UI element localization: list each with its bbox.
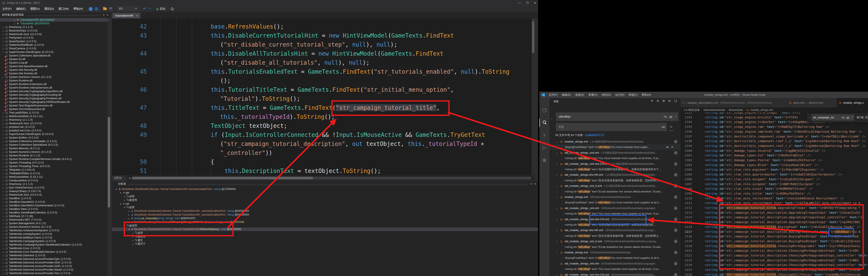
menu-item[interactable]: 转到(G) xyxy=(599,93,613,97)
replace-all-icon[interactable]: ⇆ xyxy=(670,125,672,128)
save-icon[interactable] xyxy=(109,7,112,10)
tree-item[interactable]: ▷❏ Newtonsoft.Json(11.0.0.0) xyxy=(0,121,107,125)
open-search-editor-icon[interactable]: ⊞ xyxy=(662,99,665,103)
tree-item[interactable]: ▷❏ System.Buffers(4.0.3.0) xyxy=(0,136,107,139)
code-line[interactable]: TextObject textObject; xyxy=(211,121,287,130)
code-line[interactable]: this.TutorialsEnabledText = GameTexts.Fi… xyxy=(211,67,509,76)
source-control-icon[interactable]: Y xyxy=(539,131,550,140)
xml-line[interactable]: <string id="str_clan_role.quartermaster"… xyxy=(705,172,842,177)
result-match-row[interactable]: .BuyingFoodStep1" text="{=vdEoBkpr}You m… xyxy=(550,144,681,150)
result-file-row[interactable]: ⌄std_module_strings_xml.xml160NativeModu… xyxy=(550,205,681,211)
tree-item[interactable]: ❏ System.Security.Cryptography.X509Certi… xyxy=(0,100,107,104)
code-line[interactable]: (); xyxy=(220,76,231,85)
chevron-down-icon[interactable]: ▼ xyxy=(134,6,138,11)
tree-item[interactable]: ▷❏ 0Harmony(2.2.1.0) xyxy=(0,182,107,186)
tree-item[interactable]: ▷❏ TaleWorlds.Diamond.AccessProvider.Tes… xyxy=(0,271,107,275)
open-in-editor-link[interactable]: 在编辑器中打开 xyxy=(585,134,604,137)
code-line[interactable]: "Tutorial").ToString(); xyxy=(220,94,300,103)
tree-item[interactable]: ▷❏ System.Numerics.Vectors(4.1.3.0) xyxy=(0,225,107,228)
code-line[interactable]: ("str_campaign_tutorial_description", ou… xyxy=(220,139,484,148)
redo-icon[interactable]: ↷ xyxy=(148,7,151,11)
tree-item[interactable]: ▷❏ SandBox.ViewModelCollection(1.0.0.0) xyxy=(0,211,107,214)
result-match-row[interactable]: <string id="vdEoBkpr" text="您必須保證食物供應。如果… xyxy=(550,233,681,239)
tree-item[interactable]: ▷❏ TaleWorlds.AchievementSystem(1.0.0.0) xyxy=(0,228,107,232)
result-match-row[interactable]: <string id="vdEoBkpr" text="You must mai… xyxy=(550,156,681,161)
undo-icon[interactable]: ↶ xyxy=(143,7,146,11)
result-file-row[interactable]: ⌄std_module_strings_xml-zho-CN.xml1.6.4骑… xyxy=(550,161,681,167)
tree-item[interactable]: ▷❏ PetSystem(1.0.0.0) xyxy=(0,36,107,39)
analyzer-row[interactable]: ▼⚙StoryMode.ViewModelCollection.Tutorial… xyxy=(112,187,538,191)
tree-item[interactable]: ❏ System.Net.Sockets.dll xyxy=(0,72,107,75)
preserve-case-icon[interactable]: AB xyxy=(661,126,665,129)
find-input[interactable]: str_campaign_tut Aa ab .* xyxy=(811,114,854,121)
run-debug-icon[interactable]: ▷ xyxy=(539,143,550,152)
code-line[interactable]: if (Input.IsControllerConnected && !Inpu… xyxy=(211,130,485,139)
menu-item[interactable]: 终端(T) xyxy=(626,93,640,97)
replace-input[interactable]: 替换 AB xyxy=(556,123,667,131)
splitter[interactable] xyxy=(111,12,112,276)
start-play-icon[interactable]: ▶ xyxy=(157,7,159,10)
tree-item[interactable]: ▷❏ System.Runtime(4.1.1.0) xyxy=(0,154,107,157)
result-match-row[interactable]: <string id="vdEoBkpr" text="Erzak tedari… xyxy=(550,189,681,194)
panel-dropdown-icon[interactable]: ▾ xyxy=(103,13,104,17)
tree-item[interactable]: ❏ System.Security.Cryptography.Primitive… xyxy=(0,96,107,100)
xml-line[interactable]: <string id="str_siege_engine.bricole" te… xyxy=(705,115,798,120)
panel-close-icon[interactable]: ✕ xyxy=(106,13,108,17)
tree-item[interactable]: ▷❏ Epic.OnlineServices(1.0.0.0) xyxy=(0,186,107,189)
xml-line[interactable]: <string id="str_destructible_component.s… xyxy=(705,134,866,139)
analyzer-row[interactable]: ▼❖get xyxy=(112,191,538,195)
restore-button[interactable]: ❐ xyxy=(526,1,528,4)
clear-results-icon[interactable]: ⊘ xyxy=(657,99,659,103)
code-line[interactable]: { xyxy=(211,158,214,166)
code-line[interactable]: this.DescriptionText = textObject.ToStri… xyxy=(225,166,381,175)
menu-item[interactable]: 选择(S) xyxy=(573,93,586,97)
tree-item[interactable]: ▷❏ Newtonsoft.Json(13.0.0.0) xyxy=(0,193,107,196)
editor-scrollbar[interactable]: ▲ xyxy=(532,19,535,175)
scroll-up-icon[interactable]: ▲ xyxy=(107,19,111,21)
tree-item[interactable]: ▷❏ Steamworks.NET(7.0.0.0) xyxy=(0,218,107,221)
tab-close-icon[interactable]: ✕ xyxy=(136,15,138,17)
result-match-row[interactable]: .BuyingFoodStep1" text="{=vdEoBkpr}You m… xyxy=(550,255,681,261)
tree-item[interactable]: ▷❏ TaleWorlds.ActivitySystem(1.0.0.0) xyxy=(0,232,107,236)
tree-item[interactable]: ▷❏ TheBattleOfSika(1.0.0.0) xyxy=(0,171,107,175)
xml-line[interactable]: <string id="str_clan_role_title" text="{… xyxy=(705,191,811,196)
tree-item[interactable]: ▷❏ TaleWorlds.Diamond.AccessProvider.GDK… xyxy=(0,261,107,264)
menu-item[interactable]: 编辑(E) xyxy=(14,6,28,12)
code-line[interactable]: ("str_disable_current_tutorial_step", nu… xyxy=(220,40,397,49)
tree-item[interactable]: ▷❏ 0Harmony(2.1.1.0) xyxy=(0,25,107,29)
analyzer-row[interactable]: ▷◈StoryMode.ViewModelCollection.Tutorial… xyxy=(112,209,538,213)
explorer-icon[interactable]: ❐ xyxy=(539,106,550,115)
refresh-icon[interactable]: ↻ xyxy=(651,99,653,103)
tree-item[interactable]: ▷❏ CandyuanMod(1.0.0.0) xyxy=(0,178,107,182)
menu-item[interactable]: 帮助(H) xyxy=(640,93,653,97)
analyzer-row[interactable]: ▼❖set xyxy=(112,202,538,206)
analyzer-row[interactable]: ▷使用 xyxy=(112,195,538,198)
find-expand-icon[interactable]: › xyxy=(809,116,810,119)
tree-item[interactable]: ▷❏ QuestSystem(1.0.0.0) xyxy=(0,39,107,43)
xml-line[interactable]: <string id="str_damage_types.Cut" text="… xyxy=(705,153,811,158)
start-button[interactable]: 启动 xyxy=(160,7,165,11)
tree-item[interactable]: ▷❏ SandBox.View(1.0.0.0) xyxy=(0,207,107,211)
open-icon[interactable] xyxy=(103,7,107,10)
tree-item[interactable]: ▷❏ System.Management(4.0.1.0) xyxy=(0,221,107,225)
menu-item[interactable]: 调试(D) xyxy=(42,6,56,12)
minimize-button[interactable]: — xyxy=(518,1,521,4)
result-file-row[interactable]: ⌄std_module_strings-zho-HK.xml160NativeM… xyxy=(550,227,681,233)
code-line[interactable]: this.TutorialTitleText = GameTexts.FindT… xyxy=(211,85,454,94)
tree-item[interactable]: ▷❏ System.Threading.Timer(4.0.0.0) xyxy=(0,164,107,168)
tree-item[interactable]: ▷❏ TaleWorlds.Diamond.AccessProvider.Epi… xyxy=(0,257,107,261)
tree-item[interactable]: ▷❏ Newtonsoft.Json(11.0.0.0) xyxy=(0,32,107,36)
tree-item[interactable]: ▷❏ Telepathy(1.0.341.0) xyxy=(0,168,107,171)
tree-item[interactable]: ▷❏ TaleWorlds.CampaignSystem.ViewModelCo… xyxy=(0,243,107,246)
analyzer-row[interactable]: ▷重写于 xyxy=(112,242,538,246)
result-file-row[interactable]: ⌄module_strings.xml160NativeModuleData\M… xyxy=(550,194,681,200)
match-case-icon[interactable]: Aa xyxy=(841,116,844,119)
xml-line[interactable]: <string id="str_clan_role.engineer" text… xyxy=(705,167,824,172)
xml-line[interactable]: <string id="str_siege_engine.fire_onager… xyxy=(705,112,800,115)
result-match-row[interactable]: <string id="vdEoBkpr" text="你必须随时保持食物供应。… xyxy=(550,167,681,172)
tree-item[interactable]: ❏ System.IO.dll xyxy=(0,57,107,61)
editor-hscrollbar[interactable] xyxy=(132,177,531,180)
tree-scrollbar[interactable]: ▲ xyxy=(107,18,111,276)
xml-line[interactable]: <string id="str_destructible_component.r… xyxy=(705,143,866,148)
regex-icon[interactable]: .* xyxy=(675,115,677,118)
